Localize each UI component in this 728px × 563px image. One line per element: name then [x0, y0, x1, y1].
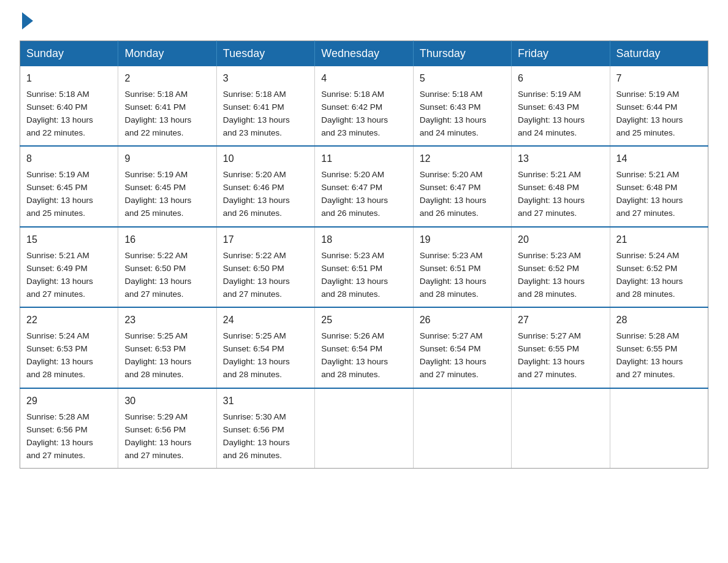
sunrise-info: Sunrise: 5:18 AM [420, 90, 483, 99]
day-number: 18 [321, 232, 406, 248]
daylight-minutes-info: and 28 minutes. [223, 370, 282, 379]
calendar-cell: 7Sunrise: 5:19 AMSunset: 6:44 PMDaylight… [610, 66, 708, 146]
sunrise-info: Sunrise: 5:25 AM [223, 331, 286, 340]
daylight-minutes-info: and 28 minutes. [321, 289, 380, 299]
calendar-cell: 19Sunrise: 5:23 AMSunset: 6:51 PMDayligh… [413, 227, 511, 307]
weekday-header-tuesday: Tuesday [216, 41, 314, 67]
calendar-cell: 13Sunrise: 5:21 AMSunset: 6:48 PMDayligh… [512, 146, 610, 226]
sunrise-info: Sunrise: 5:20 AM [420, 170, 483, 179]
sunset-info: Sunset: 6:54 PM [420, 344, 481, 353]
calendar-cell: 10Sunrise: 5:20 AMSunset: 6:46 PMDayligh… [216, 146, 314, 226]
daylight-info: Daylight: 13 hours [518, 277, 585, 286]
sunset-info: Sunset: 6:45 PM [26, 183, 88, 192]
sunrise-info: Sunrise: 5:30 AM [223, 412, 286, 421]
day-number: 2 [124, 71, 210, 86]
daylight-info: Daylight: 13 hours [518, 357, 585, 366]
calendar-cell: 21Sunrise: 5:24 AMSunset: 6:52 PMDayligh… [610, 227, 708, 307]
calendar-cell: 22Sunrise: 5:24 AMSunset: 6:53 PMDayligh… [20, 307, 118, 388]
calendar-cell: 27Sunrise: 5:27 AMSunset: 6:55 PMDayligh… [512, 307, 610, 388]
daylight-info: Daylight: 13 hours [420, 115, 487, 124]
day-number: 24 [223, 313, 308, 328]
sunset-info: Sunset: 6:41 PM [124, 102, 186, 112]
weekday-header-saturday: Saturday [610, 41, 708, 67]
weekday-header-thursday: Thursday [413, 41, 511, 67]
day-number: 20 [518, 232, 603, 248]
daylight-info: Daylight: 13 hours [420, 277, 487, 286]
sunset-info: Sunset: 6:55 PM [518, 344, 579, 353]
sunrise-info: Sunrise: 5:21 AM [26, 251, 89, 260]
sunrise-info: Sunrise: 5:21 AM [616, 170, 680, 179]
calendar-cell: 5Sunrise: 5:18 AMSunset: 6:43 PMDaylight… [413, 66, 511, 146]
day-number: 11 [321, 151, 406, 167]
day-number: 27 [518, 313, 603, 328]
day-number: 29 [26, 394, 112, 409]
calendar-cell: 28Sunrise: 5:28 AMSunset: 6:55 PMDayligh… [610, 307, 708, 388]
daylight-info: Daylight: 13 hours [321, 357, 388, 366]
day-number: 4 [321, 71, 406, 86]
daylight-info: Daylight: 13 hours [616, 196, 683, 205]
day-number: 23 [124, 313, 210, 328]
day-number: 7 [616, 71, 702, 86]
sunrise-info: Sunrise: 5:18 AM [321, 90, 384, 99]
daylight-minutes-info: and 24 minutes. [518, 128, 577, 137]
sunset-info: Sunset: 6:44 PM [616, 102, 678, 112]
page-header [20, 15, 708, 29]
daylight-info: Daylight: 13 hours [420, 357, 487, 366]
sunset-info: Sunset: 6:53 PM [26, 344, 88, 353]
day-number: 30 [124, 394, 210, 409]
day-number: 6 [518, 71, 603, 86]
calendar-cell: 17Sunrise: 5:22 AMSunset: 6:50 PMDayligh… [216, 227, 314, 307]
daylight-minutes-info: and 27 minutes. [124, 451, 183, 460]
sunrise-info: Sunrise: 5:22 AM [223, 251, 286, 260]
daylight-info: Daylight: 13 hours [223, 196, 290, 205]
sunset-info: Sunset: 6:55 PM [616, 344, 678, 353]
calendar-week-row: 22Sunrise: 5:24 AMSunset: 6:53 PMDayligh… [20, 307, 708, 388]
sunrise-info: Sunrise: 5:20 AM [223, 170, 286, 179]
daylight-info: Daylight: 13 hours [616, 357, 683, 366]
sunrise-info: Sunrise: 5:26 AM [321, 331, 384, 340]
sunset-info: Sunset: 6:51 PM [321, 264, 382, 273]
daylight-minutes-info: and 27 minutes. [616, 370, 675, 379]
calendar-cell: 6Sunrise: 5:19 AMSunset: 6:43 PMDaylight… [512, 66, 610, 146]
calendar-cell: 8Sunrise: 5:19 AMSunset: 6:45 PMDaylight… [20, 146, 118, 226]
logo [20, 15, 33, 29]
daylight-minutes-info: and 22 minutes. [26, 128, 85, 137]
day-number: 12 [420, 151, 505, 167]
sunset-info: Sunset: 6:40 PM [26, 102, 88, 112]
daylight-info: Daylight: 13 hours [616, 277, 683, 286]
sunset-info: Sunset: 6:47 PM [420, 183, 481, 192]
daylight-info: Daylight: 13 hours [124, 357, 191, 366]
calendar-cell: 4Sunrise: 5:18 AMSunset: 6:42 PMDaylight… [315, 66, 413, 146]
calendar-cell [610, 388, 708, 469]
day-number: 28 [616, 313, 702, 328]
calendar-cell: 1Sunrise: 5:18 AMSunset: 6:40 PMDaylight… [20, 66, 118, 146]
sunrise-info: Sunrise: 5:19 AM [616, 90, 680, 99]
day-number: 15 [26, 232, 112, 248]
daylight-minutes-info: and 28 minutes. [420, 289, 479, 299]
daylight-info: Daylight: 13 hours [26, 115, 93, 124]
calendar-cell: 14Sunrise: 5:21 AMSunset: 6:48 PMDayligh… [610, 146, 708, 226]
calendar-cell: 11Sunrise: 5:20 AMSunset: 6:47 PMDayligh… [315, 146, 413, 226]
sunrise-info: Sunrise: 5:24 AM [26, 331, 89, 340]
calendar-cell: 2Sunrise: 5:18 AMSunset: 6:41 PMDaylight… [118, 66, 216, 146]
calendar-cell: 24Sunrise: 5:25 AMSunset: 6:54 PMDayligh… [216, 307, 314, 388]
calendar-week-row: 15Sunrise: 5:21 AMSunset: 6:49 PMDayligh… [20, 227, 708, 307]
daylight-info: Daylight: 13 hours [420, 196, 487, 205]
daylight-info: Daylight: 13 hours [518, 115, 585, 124]
daylight-minutes-info: and 28 minutes. [26, 370, 85, 379]
daylight-minutes-info: and 27 minutes. [616, 209, 675, 218]
daylight-info: Daylight: 13 hours [26, 196, 93, 205]
daylight-info: Daylight: 13 hours [518, 196, 585, 205]
daylight-minutes-info: and 26 minutes. [223, 209, 282, 218]
sunset-info: Sunset: 6:42 PM [321, 102, 382, 112]
daylight-minutes-info: and 26 minutes. [420, 209, 479, 218]
daylight-minutes-info: and 28 minutes. [321, 370, 380, 379]
calendar-header-row: SundayMondayTuesdayWednesdayThursdayFrid… [20, 41, 708, 67]
calendar-cell: 15Sunrise: 5:21 AMSunset: 6:49 PMDayligh… [20, 227, 118, 307]
calendar-cell: 30Sunrise: 5:29 AMSunset: 6:56 PMDayligh… [118, 388, 216, 469]
sunrise-info: Sunrise: 5:28 AM [26, 412, 89, 421]
day-number: 22 [26, 313, 112, 328]
calendar-cell: 16Sunrise: 5:22 AMSunset: 6:50 PMDayligh… [118, 227, 216, 307]
sunrise-info: Sunrise: 5:18 AM [124, 90, 188, 99]
daylight-info: Daylight: 13 hours [124, 438, 191, 447]
